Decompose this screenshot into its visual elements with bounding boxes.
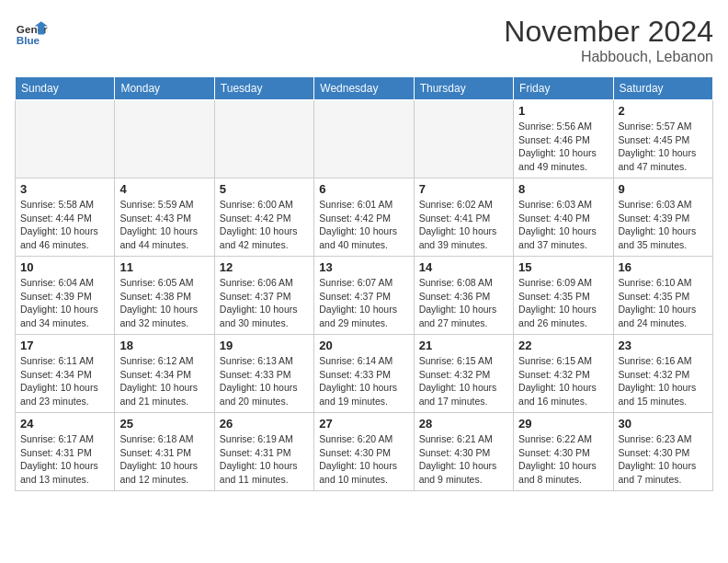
col-header-wednesday: Wednesday: [314, 77, 414, 100]
day-number: 13: [319, 260, 408, 274]
calendar-cell: 27Sunrise: 6:20 AM Sunset: 4:30 PM Dayli…: [314, 413, 414, 491]
calendar-cell: 29Sunrise: 6:22 AM Sunset: 4:30 PM Dayli…: [514, 413, 613, 491]
calendar-cell: 1Sunrise: 5:56 AM Sunset: 4:46 PM Daylig…: [514, 100, 613, 178]
day-info: Sunrise: 6:22 AM Sunset: 4:30 PM Dayligh…: [518, 432, 608, 487]
calendar-cell: 16Sunrise: 6:10 AM Sunset: 4:35 PM Dayli…: [613, 257, 712, 335]
day-number: 8: [518, 182, 608, 196]
logo: General Blue: [15, 15, 48, 48]
day-number: 28: [419, 417, 508, 431]
calendar-cell: [314, 100, 414, 178]
week-row-5: 24Sunrise: 6:17 AM Sunset: 4:31 PM Dayli…: [16, 413, 713, 491]
day-number: 20: [319, 339, 408, 352]
day-info: Sunrise: 6:07 AM Sunset: 4:37 PM Dayligh…: [319, 276, 408, 330]
day-number: 21: [419, 339, 508, 352]
day-number: 11: [119, 260, 209, 274]
calendar-cell: 19Sunrise: 6:13 AM Sunset: 4:33 PM Dayli…: [214, 335, 313, 413]
day-info: Sunrise: 6:15 AM Sunset: 4:32 PM Dayligh…: [419, 354, 508, 408]
day-info: Sunrise: 6:00 AM Sunset: 4:42 PM Dayligh…: [220, 198, 309, 252]
week-row-3: 10Sunrise: 6:04 AM Sunset: 4:39 PM Dayli…: [16, 257, 713, 335]
day-info: Sunrise: 6:19 AM Sunset: 4:31 PM Dayligh…: [220, 432, 309, 487]
day-number: 29: [518, 417, 608, 431]
day-info: Sunrise: 6:23 AM Sunset: 4:30 PM Dayligh…: [619, 432, 708, 487]
month-title: November 2024: [504, 15, 713, 49]
calendar-cell: 25Sunrise: 6:18 AM Sunset: 4:31 PM Dayli…: [115, 413, 214, 491]
day-info: Sunrise: 6:16 AM Sunset: 4:32 PM Dayligh…: [619, 354, 708, 408]
col-header-sunday: Sunday: [16, 77, 115, 100]
calendar-cell: 3Sunrise: 5:58 AM Sunset: 4:44 PM Daylig…: [16, 178, 115, 257]
day-number: 12: [220, 260, 309, 274]
day-number: 25: [119, 417, 209, 431]
calendar-cell: 11Sunrise: 6:05 AM Sunset: 4:38 PM Dayli…: [115, 257, 214, 335]
day-number: 9: [619, 182, 708, 196]
calendar-cell: 22Sunrise: 6:15 AM Sunset: 4:32 PM Dayli…: [514, 335, 613, 413]
day-info: Sunrise: 6:06 AM Sunset: 4:37 PM Dayligh…: [220, 276, 309, 330]
calendar-cell: 10Sunrise: 6:04 AM Sunset: 4:39 PM Dayli…: [16, 257, 115, 335]
day-info: Sunrise: 6:17 AM Sunset: 4:31 PM Dayligh…: [20, 432, 109, 487]
week-row-4: 17Sunrise: 6:11 AM Sunset: 4:34 PM Dayli…: [16, 335, 713, 413]
calendar-cell: 14Sunrise: 6:08 AM Sunset: 4:36 PM Dayli…: [414, 257, 513, 335]
day-info: Sunrise: 5:57 AM Sunset: 4:45 PM Dayligh…: [619, 120, 708, 174]
calendar-cell: [115, 100, 214, 178]
day-number: 1: [518, 104, 608, 118]
calendar-cell: 5Sunrise: 6:00 AM Sunset: 4:42 PM Daylig…: [214, 178, 313, 257]
calendar-cell: 15Sunrise: 6:09 AM Sunset: 4:35 PM Dayli…: [514, 257, 613, 335]
day-info: Sunrise: 6:09 AM Sunset: 4:35 PM Dayligh…: [518, 276, 608, 330]
svg-text:Blue: Blue: [17, 34, 40, 46]
calendar-header-row: SundayMondayTuesdayWednesdayThursdayFrid…: [16, 77, 713, 100]
calendar-cell: 30Sunrise: 6:23 AM Sunset: 4:30 PM Dayli…: [613, 413, 712, 491]
calendar-cell: 28Sunrise: 6:21 AM Sunset: 4:30 PM Dayli…: [414, 413, 513, 491]
day-number: 24: [20, 417, 109, 431]
calendar-table: SundayMondayTuesdayWednesdayThursdayFrid…: [15, 76, 713, 491]
calendar-cell: 12Sunrise: 6:06 AM Sunset: 4:37 PM Dayli…: [214, 257, 313, 335]
calendar-cell: 23Sunrise: 6:16 AM Sunset: 4:32 PM Dayli…: [613, 335, 712, 413]
col-header-friday: Friday: [514, 77, 613, 100]
calendar-cell: 2Sunrise: 5:57 AM Sunset: 4:45 PM Daylig…: [613, 100, 712, 178]
col-header-saturday: Saturday: [613, 77, 712, 100]
location-title: Habbouch, Lebanon: [504, 49, 713, 65]
page-header: General Blue November 2024 Habbouch, Leb…: [15, 15, 713, 65]
day-info: Sunrise: 6:05 AM Sunset: 4:38 PM Dayligh…: [119, 276, 209, 330]
day-info: Sunrise: 6:15 AM Sunset: 4:32 PM Dayligh…: [518, 354, 608, 408]
day-number: 3: [20, 182, 109, 196]
calendar-cell: 18Sunrise: 6:12 AM Sunset: 4:34 PM Dayli…: [115, 335, 214, 413]
day-number: 7: [419, 182, 508, 196]
day-number: 14: [419, 260, 508, 274]
col-header-tuesday: Tuesday: [214, 77, 313, 100]
day-number: 23: [619, 339, 708, 352]
day-info: Sunrise: 6:01 AM Sunset: 4:42 PM Dayligh…: [319, 198, 408, 252]
day-info: Sunrise: 6:14 AM Sunset: 4:33 PM Dayligh…: [319, 354, 408, 408]
day-info: Sunrise: 6:11 AM Sunset: 4:34 PM Dayligh…: [20, 354, 109, 408]
day-info: Sunrise: 6:12 AM Sunset: 4:34 PM Dayligh…: [119, 354, 209, 408]
day-info: Sunrise: 6:03 AM Sunset: 4:40 PM Dayligh…: [518, 198, 608, 252]
day-info: Sunrise: 6:02 AM Sunset: 4:41 PM Dayligh…: [419, 198, 508, 252]
calendar-cell: 13Sunrise: 6:07 AM Sunset: 4:37 PM Dayli…: [314, 257, 414, 335]
day-info: Sunrise: 5:56 AM Sunset: 4:46 PM Dayligh…: [518, 120, 608, 174]
calendar-cell: 8Sunrise: 6:03 AM Sunset: 4:40 PM Daylig…: [514, 178, 613, 257]
day-number: 10: [20, 260, 109, 274]
day-number: 5: [220, 182, 309, 196]
day-number: 16: [619, 260, 708, 274]
calendar-cell: [16, 100, 115, 178]
day-number: 18: [119, 339, 209, 352]
day-info: Sunrise: 6:08 AM Sunset: 4:36 PM Dayligh…: [419, 276, 508, 330]
day-number: 30: [619, 417, 708, 431]
calendar-cell: 20Sunrise: 6:14 AM Sunset: 4:33 PM Dayli…: [314, 335, 414, 413]
calendar-cell: 6Sunrise: 6:01 AM Sunset: 4:42 PM Daylig…: [314, 178, 414, 257]
day-number: 22: [518, 339, 608, 352]
day-number: 27: [319, 417, 408, 431]
day-info: Sunrise: 6:03 AM Sunset: 4:39 PM Dayligh…: [619, 198, 708, 252]
week-row-1: 1Sunrise: 5:56 AM Sunset: 4:46 PM Daylig…: [16, 100, 713, 178]
col-header-thursday: Thursday: [414, 77, 513, 100]
day-number: 2: [619, 104, 708, 118]
day-number: 4: [119, 182, 209, 196]
calendar-cell: [214, 100, 313, 178]
calendar-cell: 26Sunrise: 6:19 AM Sunset: 4:31 PM Dayli…: [214, 413, 313, 491]
calendar-cell: 17Sunrise: 6:11 AM Sunset: 4:34 PM Dayli…: [16, 335, 115, 413]
calendar-cell: [414, 100, 513, 178]
calendar-cell: 24Sunrise: 6:17 AM Sunset: 4:31 PM Dayli…: [16, 413, 115, 491]
day-info: Sunrise: 6:10 AM Sunset: 4:35 PM Dayligh…: [619, 276, 708, 330]
day-number: 6: [319, 182, 408, 196]
day-info: Sunrise: 5:58 AM Sunset: 4:44 PM Dayligh…: [20, 198, 109, 252]
day-info: Sunrise: 6:18 AM Sunset: 4:31 PM Dayligh…: [119, 432, 209, 487]
title-block: November 2024 Habbouch, Lebanon: [504, 15, 713, 65]
